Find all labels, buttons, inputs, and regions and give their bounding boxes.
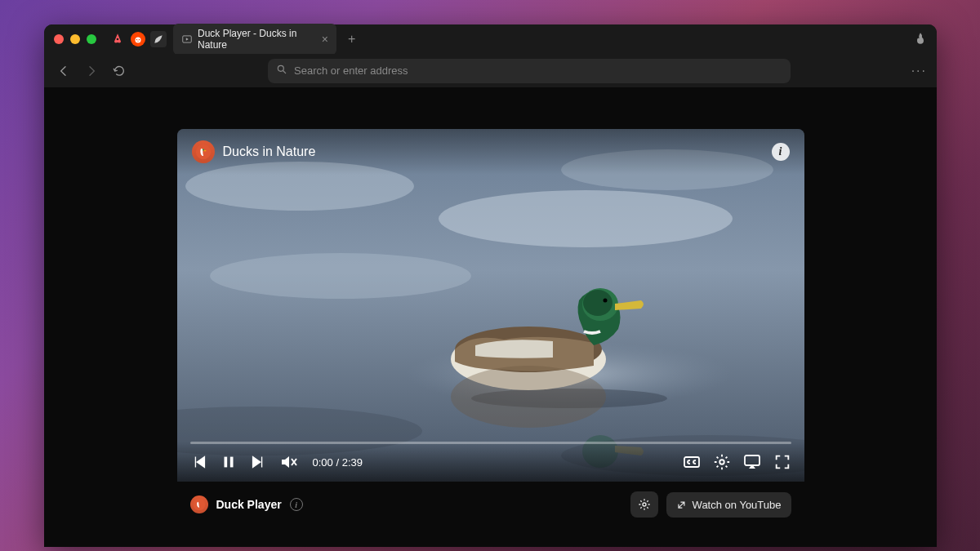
player-name-label: Duck Player — [216, 498, 282, 511]
tab-title: Duck Player - Ducks in Nature — [198, 28, 317, 51]
svg-point-7 — [439, 190, 733, 247]
next-button[interactable] — [249, 453, 267, 471]
back-button[interactable] — [54, 61, 74, 81]
current-time: 0:00 — [313, 456, 333, 469]
settings-button[interactable] — [713, 453, 731, 471]
new-tab-button[interactable]: + — [343, 32, 360, 47]
reload-button[interactable] — [109, 61, 129, 81]
svg-point-26 — [719, 460, 724, 464]
maximize-window-button[interactable] — [87, 34, 96, 44]
player-info-button[interactable]: i — [290, 498, 303, 511]
leaf-icon — [153, 33, 164, 45]
video-player[interactable]: Ducks in Nature i — [177, 129, 804, 482]
svg-point-17 — [451, 366, 606, 428]
fullscreen-button[interactable] — [773, 453, 791, 471]
svg-point-8 — [210, 253, 471, 299]
video-frame — [177, 129, 804, 482]
video-title-overlay: Ducks in Nature i — [177, 129, 804, 175]
svg-point-28 — [193, 499, 205, 511]
pinned-site-reddit[interactable] — [131, 32, 145, 47]
video-info-button[interactable]: i — [772, 143, 790, 161]
video-player-container: Ducks in Nature i — [177, 129, 804, 527]
svg-point-29 — [643, 503, 646, 506]
minimize-window-button[interactable] — [70, 34, 80, 44]
more-menu-button[interactable]: ··· — [911, 64, 927, 78]
titlebar: Duck Player - Ducks in Nature × + — [44, 24, 937, 54]
pause-button[interactable] — [220, 453, 238, 471]
svg-point-16 — [603, 299, 607, 303]
svg-rect-25 — [684, 457, 699, 467]
airplay-button[interactable] — [742, 452, 762, 472]
watch-external-label: Watch on YouTube — [693, 499, 782, 511]
pinned-sites — [109, 31, 167, 47]
svg-point-21 — [195, 144, 210, 159]
previous-button[interactable] — [190, 453, 208, 471]
page-content: Ducks in Nature i — [44, 88, 937, 547]
svg-point-0 — [136, 38, 141, 43]
mute-button[interactable] — [278, 452, 298, 472]
svg-point-2 — [139, 39, 140, 41]
duckduckgo-logo-small-icon — [190, 495, 208, 513]
captions-button[interactable] — [682, 452, 702, 472]
progress-bar[interactable] — [190, 442, 791, 444]
svg-point-15 — [583, 290, 612, 316]
active-tab[interactable]: Duck Player - Ducks in Nature × — [173, 24, 336, 55]
address-bar[interactable] — [268, 59, 791, 83]
svg-rect-27 — [745, 455, 760, 465]
window-controls — [54, 34, 96, 44]
address-input[interactable] — [294, 64, 782, 77]
svg-point-4 — [278, 65, 283, 71]
svg-point-1 — [136, 39, 138, 41]
gear-icon — [638, 498, 651, 511]
duration: 2:39 — [342, 456, 363, 469]
airbnb-icon — [111, 33, 124, 46]
svg-rect-24 — [229, 457, 233, 468]
close-window-button[interactable] — [54, 34, 64, 44]
player-footer: Duck Player i Watch on YouTube — [177, 482, 804, 527]
browser-window: Duck Player - Ducks in Nature × + ··· — [44, 24, 937, 547]
forward-button[interactable] — [82, 61, 101, 81]
video-title: Ducks in Nature — [223, 144, 316, 159]
toolbar: ··· — [44, 54, 937, 88]
fire-button[interactable] — [914, 32, 927, 47]
tab-close-button[interactable]: × — [322, 33, 328, 46]
external-link-icon — [676, 499, 688, 510]
svg-point-22 — [203, 149, 204, 151]
tab-favicon-icon — [181, 33, 193, 45]
pinned-site-other[interactable] — [150, 31, 167, 47]
player-settings-button[interactable] — [630, 491, 658, 518]
time-display: 0:00 / 2:39 — [313, 456, 363, 469]
video-controls: 0:00 / 2:39 — [177, 442, 804, 482]
pinned-site-airbnb[interactable] — [109, 31, 126, 47]
video-still-image — [177, 129, 804, 482]
search-icon — [276, 64, 287, 78]
watch-on-youtube-button[interactable]: Watch on YouTube — [666, 492, 791, 518]
reddit-icon — [133, 34, 143, 44]
svg-rect-23 — [224, 457, 227, 468]
duckduckgo-logo-icon — [192, 140, 215, 163]
